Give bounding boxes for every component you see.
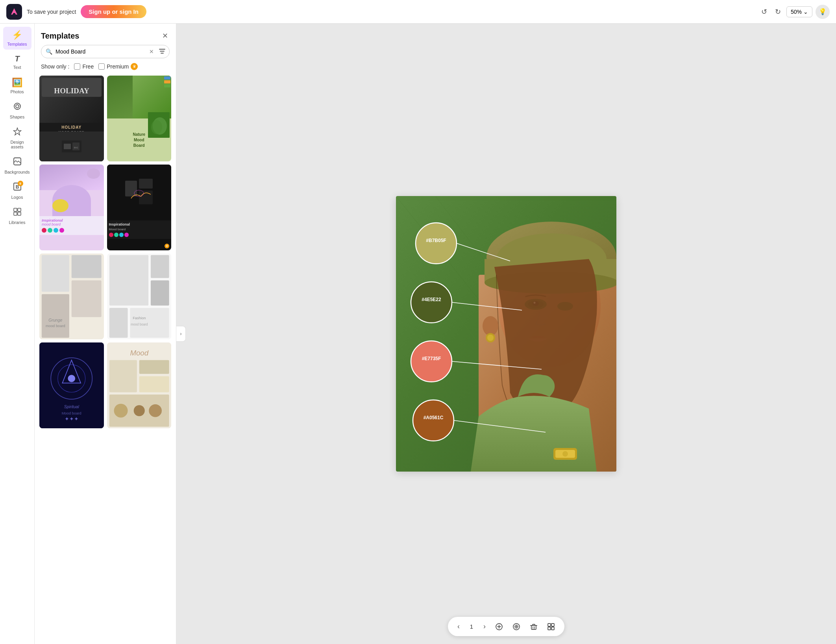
logos-icon: B ♛ [13, 182, 22, 193]
photos-icon: 🖼️ [12, 78, 22, 88]
signin-button[interactable]: Sign up or sign In [81, 5, 146, 18]
zoom-in-button[interactable] [511, 621, 522, 632]
svg-point-0 [14, 103, 20, 109]
svg-text:mood board: mood board [46, 324, 65, 328]
sidebar-item-text[interactable]: T Text [3, 51, 31, 73]
svg-text:#4E5E22: #4E5E22 [422, 297, 441, 302]
undo-button[interactable]: ↺ [759, 5, 769, 19]
main-layout: ⚡ Templates T Text 🖼️ Photos Shapes Desi… [0, 24, 836, 644]
svg-rect-10 [64, 144, 71, 149]
panel-close-button[interactable]: ✕ [161, 30, 170, 42]
template-grid: HOLIDAY MOOD BOARD BAG [35, 74, 176, 644]
page-number: 1 [468, 623, 475, 630]
template-card-holiday[interactable]: HOLIDAY MOOD BOARD BAG [39, 76, 104, 161]
svg-point-68 [483, 316, 498, 336]
redo-button[interactable]: ↻ [773, 5, 783, 19]
sidebar-item-label: Templates [7, 42, 27, 46]
templates-panel: Templates ✕ 🔍 ✕ Show only : Free Premium… [35, 24, 176, 644]
svg-rect-47 [139, 360, 169, 374]
template-card-fashion[interactable]: Fashion mood board [107, 254, 172, 339]
svg-rect-46 [109, 360, 137, 392]
panel-collapse-button[interactable]: › [176, 326, 186, 342]
template-card-minimal[interactable]: Mood [107, 342, 172, 428]
next-page-button[interactable]: › [482, 621, 487, 632]
backgrounds-icon [13, 157, 22, 168]
free-filter[interactable]: Free [74, 63, 94, 70]
sidebar-item-shapes[interactable]: Shapes [3, 99, 31, 122]
svg-point-77 [411, 282, 452, 323]
search-icon: 🔍 [46, 48, 52, 55]
template-card-nature[interactable]: Nature Mood Board [107, 76, 172, 161]
svg-text:Fashion: Fashion [133, 316, 146, 320]
topbar-controls: ↺ ↻ 50% ⌄ 💡 [759, 5, 830, 19]
svg-point-80 [411, 341, 452, 382]
svg-text:mood board: mood board [130, 323, 148, 326]
add-page-button[interactable] [494, 621, 505, 632]
premium-checkbox[interactable] [98, 63, 105, 70]
svg-point-40 [68, 375, 75, 382]
canvas-card[interactable]: #B7B05F #4E5E22 #E7735F #A0561C [396, 196, 616, 472]
svg-point-74 [416, 223, 457, 264]
svg-text:Mood: Mood [130, 349, 148, 357]
design-assets-icon [13, 127, 22, 138]
topbar: To save your project Sign up or sign In … [0, 0, 836, 24]
search-bar: 🔍 ✕ [41, 45, 170, 58]
svg-rect-89 [531, 625, 536, 629]
premium-filter[interactable]: Premium ♛ [98, 63, 138, 70]
sidebar-item-logos[interactable]: B ♛ Logos [3, 179, 31, 203]
template-card-spiritual[interactable]: Spiritual Mood board ✦✦✦ [39, 342, 104, 428]
svg-rect-90 [548, 624, 551, 626]
svg-text:Mood board: Mood board [62, 411, 81, 415]
svg-text:#B7B05F: #B7B05F [426, 238, 446, 243]
tips-button[interactable]: 💡 [816, 5, 830, 19]
search-clear-button[interactable]: ✕ [149, 48, 154, 55]
canvas-bottom-toolbar: ‹ 1 › [448, 617, 564, 636]
template-card-inspirational-light[interactable]: Inspirational mood board [39, 165, 104, 250]
svg-point-73 [562, 451, 568, 457]
svg-rect-93 [551, 627, 554, 630]
svg-point-1 [16, 105, 19, 108]
templates-icon: ⚡ [12, 30, 22, 40]
sidebar-item-photos[interactable]: 🖼️ Photos [3, 74, 31, 97]
svg-point-70 [487, 335, 494, 341]
premium-crown-icon: ♛ [131, 63, 138, 70]
app-logo[interactable] [6, 4, 22, 20]
svg-rect-25 [42, 294, 69, 338]
sidebar-item-label: Shapes [10, 115, 24, 119]
zoom-selector[interactable]: 50% ⌄ [786, 6, 812, 17]
svg-rect-92 [548, 627, 551, 630]
panel-header: Templates ✕ [35, 24, 176, 45]
crown-badge: ♛ [18, 181, 23, 186]
show-only-label: Show only : [41, 63, 69, 70]
svg-rect-29 [109, 255, 148, 305]
svg-rect-48 [139, 376, 169, 392]
sidebar-item-label: Text [13, 65, 21, 70]
svg-rect-30 [150, 255, 169, 278]
svg-text:✦✦✦: ✦✦✦ [65, 416, 79, 422]
delete-button[interactable] [528, 621, 539, 632]
svg-point-83 [413, 400, 454, 441]
sidebar-item-design-assets[interactable]: Design assets [3, 124, 31, 152]
sidebar-item-backgrounds[interactable]: Backgrounds [3, 154, 31, 178]
search-filter-button[interactable] [159, 48, 166, 56]
prev-page-button[interactable]: ‹ [456, 621, 461, 632]
svg-rect-17 [125, 181, 137, 196]
panel-title: Templates [41, 31, 79, 41]
svg-point-52 [149, 404, 162, 417]
svg-rect-23 [72, 255, 102, 278]
template-card-grunge[interactable]: Grunge mood board [39, 254, 104, 339]
sidebar-item-templates[interactable]: ⚡ Templates [3, 27, 31, 50]
svg-rect-18 [139, 179, 153, 189]
filter-row: Show only : Free Premium ♛ [35, 61, 176, 74]
sidebar-item-label: Libraries [9, 220, 25, 225]
template-card-inspirational-dark[interactable]: Inspirational Mood board ♛ [107, 165, 172, 250]
sidebar-item-libraries[interactable]: Libraries [3, 204, 31, 228]
svg-rect-19 [139, 191, 153, 204]
free-checkbox[interactable] [74, 63, 80, 70]
premium-label: Premium [107, 63, 129, 70]
svg-point-15 [151, 120, 162, 134]
free-label: Free [82, 63, 94, 70]
sidebar-item-label: Photos [10, 89, 24, 94]
grid-view-button[interactable] [546, 621, 557, 632]
svg-text:BAG: BAG [74, 146, 78, 149]
